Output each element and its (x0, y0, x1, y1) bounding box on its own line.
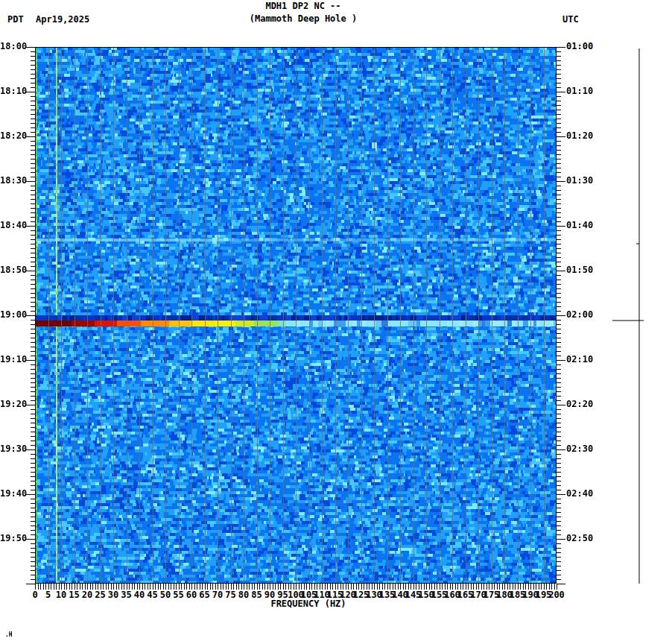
freq-tick (72, 584, 72, 590)
freq-tick (528, 584, 529, 590)
time-tick-left (31, 51, 35, 52)
time-tick-right (557, 51, 561, 52)
freq-tick (434, 584, 435, 590)
freq-tick (264, 584, 265, 590)
freq-tick (450, 584, 451, 590)
time-tick-right (557, 226, 565, 227)
freq-tick (557, 584, 557, 590)
time-tick-left (31, 329, 35, 329)
freq-tick (207, 584, 208, 590)
time-tick-left (31, 123, 35, 124)
freq-tick (411, 584, 411, 590)
freq-tick (171, 584, 171, 590)
time-tick-right (557, 490, 561, 490)
freq-tick (132, 584, 133, 590)
time-tick-right (557, 512, 561, 513)
time-tick-left (31, 110, 35, 110)
time-tick-right (557, 74, 561, 75)
freq-tick (486, 584, 487, 590)
time-label-left: 18:40 (0, 221, 27, 230)
freq-tick (463, 584, 463, 590)
time-label-right: 01:40 (566, 221, 593, 230)
time-tick-right (557, 297, 561, 298)
time-tick-right (557, 378, 561, 379)
freq-tick (494, 584, 495, 590)
time-tick-right (557, 248, 561, 249)
time-tick-right (557, 195, 561, 195)
time-tick-right (557, 190, 561, 191)
freq-tick (374, 584, 375, 590)
time-tick-right (557, 311, 561, 312)
freq-tick (294, 584, 294, 590)
freq-tick (194, 584, 195, 590)
time-tick-left (31, 217, 35, 218)
time-label-left: 18:30 (0, 176, 27, 186)
time-tick-right (557, 288, 561, 289)
time-tick-left (26, 271, 35, 271)
freq-tick (348, 584, 349, 590)
freq-tick (66, 584, 67, 590)
time-tick-right (557, 382, 561, 383)
time-tick-right (557, 181, 565, 182)
time-tick-left (26, 47, 35, 48)
freq-tick (476, 584, 477, 590)
time-tick-right (557, 373, 561, 374)
freq-tick (379, 584, 380, 590)
time-tick-right (557, 539, 565, 540)
time-tick-left (31, 150, 35, 151)
freq-tick (80, 584, 80, 590)
freq-tick (447, 584, 448, 590)
time-tick-left (31, 141, 35, 142)
freq-tick (118, 584, 119, 590)
freq-tick (335, 584, 336, 590)
time-label-right: 01:10 (566, 86, 593, 96)
freq-tick (473, 584, 474, 590)
freq-tick (419, 584, 419, 590)
time-tick-right (557, 517, 561, 517)
freq-tick (390, 584, 390, 590)
time-tick-right (557, 356, 561, 356)
time-tick-left (31, 83, 35, 83)
freq-tick (504, 584, 505, 590)
time-tick-left (31, 244, 35, 244)
time-tick-left (31, 557, 35, 558)
freq-tick (61, 584, 62, 590)
time-tick-right (557, 101, 561, 101)
time-tick-left (31, 311, 35, 312)
time-tick-right (557, 508, 561, 508)
freq-tick (343, 584, 343, 590)
freq-tick (267, 584, 268, 590)
time-tick-right (557, 253, 561, 253)
time-tick-left (26, 136, 35, 137)
time-tick-left (31, 427, 35, 428)
time-tick-right (557, 481, 561, 482)
time-tick-left (31, 382, 35, 383)
time-tick-left (26, 449, 35, 450)
freq-tick (416, 584, 416, 590)
time-tick-left (31, 356, 35, 356)
time-label-left: 19:40 (0, 489, 27, 499)
freq-tick (228, 584, 229, 590)
time-tick-left (31, 463, 35, 464)
freq-tick (330, 584, 331, 590)
time-tick-right (557, 302, 561, 303)
time-tick-right (557, 293, 561, 294)
freq-tick (51, 584, 51, 590)
freq-tick (510, 584, 510, 590)
freq-tick (108, 584, 109, 590)
time-tick-right (557, 557, 561, 558)
freq-tick (244, 584, 244, 590)
time-tick-left (31, 517, 35, 517)
time-tick-right (557, 132, 561, 133)
time-tick-right (557, 476, 561, 477)
time-tick-left (31, 127, 35, 128)
freq-tick (426, 584, 427, 590)
freq-tick (75, 584, 75, 590)
freq-tick (351, 584, 352, 590)
time-tick-left (31, 485, 35, 486)
station-title: MDH1 DP2 NC -- (42, 1, 564, 11)
freq-tick (116, 584, 117, 590)
time-tick-right (557, 262, 561, 262)
freq-tick (499, 584, 500, 590)
freq-tick (145, 584, 145, 590)
